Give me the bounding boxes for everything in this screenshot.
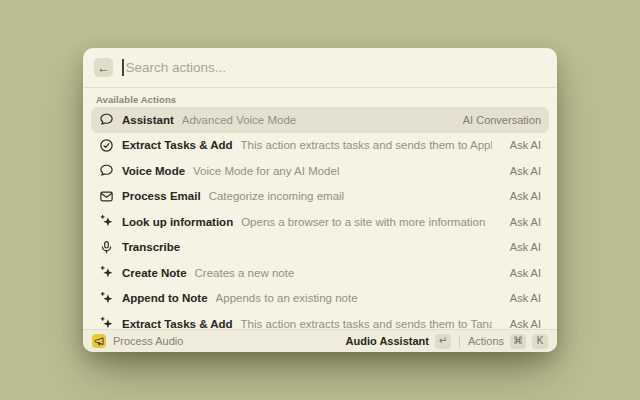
footer-app-name: Process Audio (113, 335, 183, 347)
action-subtitle: Voice Mode for any AI Model (193, 165, 339, 177)
sparkles-icon (99, 265, 114, 280)
sparkles-icon (99, 316, 114, 329)
command-keycap[interactable]: ⌘ (510, 334, 526, 349)
microphone-icon (99, 240, 114, 255)
action-subtitle: Creates a new note (195, 267, 295, 279)
action-type-label: Ask AI (500, 318, 541, 329)
action-title: Transcribe (122, 241, 180, 253)
action-row[interactable]: Append to Note Appends to an existing no… (91, 286, 549, 312)
action-type-label: Ask AI (500, 216, 541, 228)
action-subtitle: Categorize incoming email (209, 190, 345, 202)
megaphone-icon (92, 334, 106, 348)
footer-divider (459, 336, 460, 347)
action-title: Append to Note (122, 292, 208, 304)
action-title: Process Email (122, 190, 201, 202)
k-keycap[interactable]: K (532, 334, 548, 349)
search-field-wrap (122, 59, 546, 76)
section-header: Available Actions (91, 88, 549, 107)
action-row[interactable]: Extract Tasks & Add This action extracts… (91, 133, 549, 159)
action-row[interactable]: Extract Tasks & Add This action extracts… (91, 311, 549, 329)
action-type-label: Ask AI (500, 139, 541, 151)
search-bar: ← (83, 48, 557, 88)
text-caret (122, 59, 124, 76)
action-title: Look up information (122, 216, 233, 228)
action-title: Voice Mode (122, 165, 185, 177)
action-type-label: Ask AI (500, 241, 541, 253)
action-subtitle: Advanced Voice Mode (182, 114, 296, 126)
back-button[interactable]: ← (94, 58, 113, 77)
action-subtitle: This action extracts tasks and sends the… (241, 318, 492, 329)
action-row[interactable]: Create Note Creates a new note Ask AI (91, 260, 549, 286)
action-type-label: Ask AI (500, 292, 541, 304)
action-title: Assistant (122, 114, 174, 126)
chat-bubble-icon (99, 112, 114, 127)
sparkles-icon (99, 214, 114, 229)
footer-bar: Process Audio Audio Assistant ↵ Actions … (83, 329, 557, 352)
action-row[interactable]: Voice Mode Voice Mode for any AI Model A… (91, 158, 549, 184)
actions-menu-label[interactable]: Actions (468, 335, 504, 347)
action-type-label: AI Conversation (453, 114, 541, 126)
action-subtitle: Opens a browser to a site with more info… (241, 216, 485, 228)
action-row[interactable]: Assistant Advanced Voice Mode AI Convers… (91, 107, 549, 133)
action-title: Create Note (122, 267, 187, 279)
action-row[interactable]: Look up information Opens a browser to a… (91, 209, 549, 235)
action-type-label: Ask AI (500, 267, 541, 279)
action-type-label: Ask AI (500, 190, 541, 202)
action-subtitle: Appends to an existing note (216, 292, 358, 304)
primary-action-label[interactable]: Audio Assistant (346, 335, 429, 347)
action-subtitle: This action extracts tasks and sends the… (241, 139, 492, 151)
action-row[interactable]: Process Email Categorize incoming email … (91, 184, 549, 210)
search-input[interactable] (126, 60, 547, 75)
action-row[interactable]: Transcribe Ask AI (91, 235, 549, 261)
action-title: Extract Tasks & Add (122, 139, 233, 151)
return-keycap[interactable]: ↵ (435, 334, 451, 349)
action-type-label: Ask AI (500, 165, 541, 177)
chat-bubble-icon (99, 163, 114, 178)
envelope-icon (99, 189, 114, 204)
actions-list: Available Actions Assistant Advanced Voi… (83, 88, 557, 329)
command-palette-window: ← Available Actions Assistant Advanced V… (83, 48, 557, 352)
sparkles-icon (99, 291, 114, 306)
footer-shortcuts: Audio Assistant ↵ Actions ⌘ K (346, 334, 548, 349)
action-title: Extract Tasks & Add (122, 318, 233, 329)
circle-check-icon (99, 138, 114, 153)
